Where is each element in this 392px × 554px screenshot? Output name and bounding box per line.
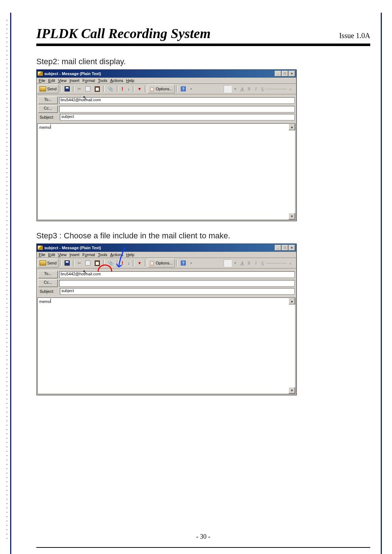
help-button[interactable]: ? <box>179 259 188 267</box>
scroll-down-button[interactable]: ▾ <box>289 213 295 219</box>
scroll-up-button[interactable]: ▴ <box>289 298 295 304</box>
minimize-button[interactable]: _ <box>275 71 281 77</box>
scroll-down-button[interactable]: ▾ <box>289 387 295 394</box>
maximize-button[interactable]: □ <box>282 245 288 251</box>
paste-button[interactable] <box>93 85 102 93</box>
menu-edit[interactable]: Edit <box>48 78 55 83</box>
cc-field[interactable] <box>59 280 295 287</box>
menu-help[interactable]: Help <box>126 78 135 83</box>
menu-insert[interactable]: Insert <box>69 78 79 83</box>
underline-button[interactable]: U <box>260 86 266 92</box>
menu-view[interactable]: View <box>58 78 67 83</box>
to-button[interactable]: To... <box>38 271 58 278</box>
copy-button[interactable] <box>83 259 92 267</box>
font-color-button[interactable]: A <box>239 260 245 266</box>
bullets-button[interactable] <box>280 86 287 92</box>
italic-button[interactable]: I <box>253 260 259 266</box>
menu-tools[interactable]: Tools <box>98 78 107 83</box>
message-body[interactable]: memo ▴ ▾ <box>37 297 295 394</box>
font-size-select[interactable]: ▾ <box>232 86 238 92</box>
menu-format[interactable]: Format <box>82 253 95 257</box>
to-field[interactable]: bru5442@hotmail.com↖ <box>59 97 295 104</box>
format-toolbar: ▾ A B I U » <box>224 259 295 267</box>
menu-tools[interactable]: Tools <box>98 253 107 257</box>
paste-icon <box>95 260 100 266</box>
to-field[interactable]: bru5442@hotmail.com↖ <box>59 271 295 278</box>
copy-button[interactable] <box>83 85 92 93</box>
flag-icon: ▼ <box>138 87 142 91</box>
menu-file[interactable]: File <box>39 78 45 83</box>
attach-button[interactable]: 📎 <box>106 85 115 93</box>
subject-field[interactable]: subject <box>60 114 295 120</box>
message-body[interactable]: memo ▴ ▾ <box>37 123 295 220</box>
send-icon <box>40 86 46 91</box>
font-name-select[interactable] <box>224 85 232 93</box>
mail-compose-window-1: subject - Message (Plain Text) _ □ × Fil… <box>36 69 297 221</box>
italic-button[interactable]: I <box>253 86 259 92</box>
document-page: IPLDK Call Recording System Issue 1.0A S… <box>0 0 392 554</box>
left-border <box>10 13 13 554</box>
importance-low-button[interactable]: ↓ <box>126 85 131 93</box>
cut-button[interactable]: ✂ <box>76 85 83 93</box>
cc-field[interactable] <box>59 106 295 112</box>
mail-app-icon <box>38 71 43 76</box>
copy-icon <box>85 86 90 91</box>
toolbar-overflow[interactable]: » <box>188 85 194 93</box>
options-button[interactable]: 📋 Options... <box>148 259 175 267</box>
cut-icon: ✂ <box>78 87 81 91</box>
menu-insert[interactable]: Insert <box>69 253 79 257</box>
font-size-select[interactable]: ▾ <box>232 260 238 266</box>
to-button[interactable]: To... <box>38 97 58 104</box>
chevron-down-icon: » <box>190 261 192 265</box>
save-button[interactable] <box>63 259 72 267</box>
align-left-button[interactable] <box>266 86 273 92</box>
align-center-button[interactable] <box>273 86 280 92</box>
toolbar-overflow[interactable]: » <box>188 259 194 267</box>
maximize-button[interactable]: □ <box>282 71 288 77</box>
send-button[interactable]: Send <box>38 259 58 267</box>
bold-button[interactable]: B <box>246 86 252 92</box>
menu-file[interactable]: File <box>39 253 45 257</box>
close-button[interactable]: × <box>289 245 295 251</box>
mail-compose-window-2: subject - Message (Plain Text) _ □ × Fil… <box>36 243 297 395</box>
flag-button[interactable]: ▼ <box>136 259 143 267</box>
minimize-button[interactable]: _ <box>275 245 281 251</box>
align-center-button[interactable] <box>273 260 280 266</box>
menu-actions[interactable]: Actions <box>110 78 123 83</box>
toolbar: Send ✂ 📎 ! ↓ ▼ 📋 Options... ? » <box>37 84 296 94</box>
flag-button[interactable]: ▼ <box>136 85 143 93</box>
footer-rule <box>36 547 370 548</box>
paperclip-icon: 📎 <box>108 86 114 92</box>
cc-button[interactable]: Cc... <box>38 105 58 113</box>
save-button[interactable] <box>63 85 72 93</box>
exclamation-icon: ! <box>122 86 123 92</box>
options-button[interactable]: 📋 Options... <box>148 85 175 93</box>
menu-format[interactable]: Format <box>82 78 95 83</box>
bold-button[interactable]: B <box>246 260 252 266</box>
font-color-button[interactable]: A <box>239 86 245 92</box>
importance-high-button[interactable]: ! <box>120 85 125 93</box>
align-left-button[interactable] <box>266 260 273 266</box>
font-name-select[interactable] <box>224 259 232 267</box>
step3-caption: Step3 : Choose a file include in the mai… <box>36 231 370 241</box>
subject-label: Subject: <box>38 115 58 119</box>
cut-button[interactable]: ✂ <box>76 259 83 267</box>
format-overflow[interactable]: » <box>287 260 294 266</box>
help-button[interactable]: ? <box>179 85 188 93</box>
document-issue: Issue 1.0A <box>339 32 370 40</box>
underline-button[interactable]: U <box>260 260 266 266</box>
subject-label: Subject: <box>38 289 58 294</box>
subject-field[interactable]: subject <box>60 288 295 295</box>
format-overflow[interactable]: » <box>287 86 294 92</box>
send-icon <box>40 260 46 266</box>
menu-edit[interactable]: Edit <box>48 253 55 257</box>
send-button[interactable]: Send <box>38 85 58 93</box>
address-fields: To... bru5442@hotmail.com↖ Cc... Subject… <box>37 268 296 297</box>
menu-view[interactable]: View <box>58 253 67 257</box>
bullets-button[interactable] <box>280 260 287 266</box>
menu-bar: File Edit View Insert Format Tools Actio… <box>37 252 296 258</box>
scroll-up-button[interactable]: ▴ <box>289 124 295 130</box>
close-button[interactable]: × <box>289 71 295 77</box>
cc-button[interactable]: Cc... <box>38 279 58 287</box>
window-title: subject - Message (Plain Text) <box>44 246 101 250</box>
